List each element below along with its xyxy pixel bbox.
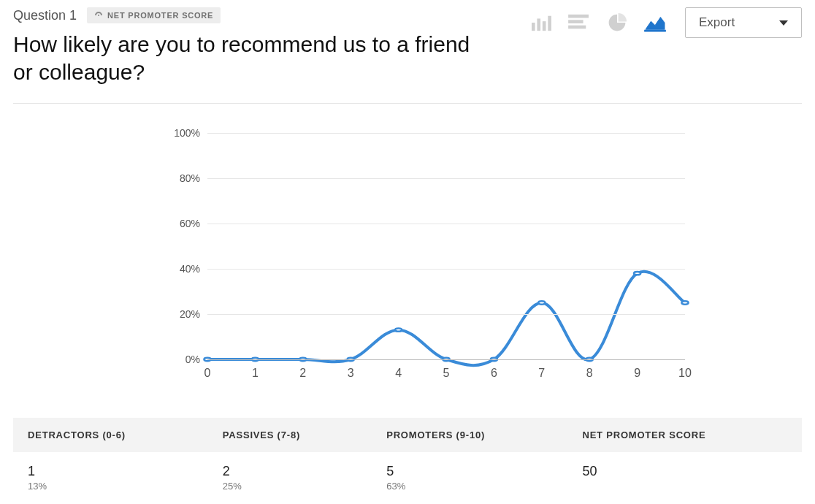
y-tick-label: 20% xyxy=(180,308,207,320)
bar-chart-button[interactable] xyxy=(529,12,554,34)
gauge-icon xyxy=(94,10,103,20)
promoters-pct: 63% xyxy=(386,481,553,492)
x-tick-label: 6 xyxy=(491,359,497,380)
summary-header: NET PROMOTER SCORE xyxy=(567,418,802,452)
detractors-pct: 13% xyxy=(28,481,194,492)
x-tick-label: 5 xyxy=(443,359,450,380)
x-tick-label: 8 xyxy=(586,359,593,380)
badge-label: NET PROMOTER SCORE xyxy=(107,11,213,20)
nps-value: 50 xyxy=(582,464,597,478)
question-number: Question 1 xyxy=(13,8,77,23)
svg-rect-4 xyxy=(568,15,589,18)
svg-rect-2 xyxy=(543,21,546,31)
nps-summary-table: DETRACTORS (0-6)PASSIVES (7-8)PROMOTERS … xyxy=(13,418,802,503)
promoters-count: 5 xyxy=(386,464,394,478)
svg-rect-3 xyxy=(548,16,551,31)
x-tick-label: 1 xyxy=(252,359,259,380)
pie-chart-icon xyxy=(606,13,628,32)
passives-pct: 25% xyxy=(223,481,357,492)
x-tick-label: 3 xyxy=(348,359,354,380)
x-tick-label: 10 xyxy=(678,359,692,380)
area-chart-icon xyxy=(644,13,666,32)
gridline xyxy=(207,269,685,270)
svg-rect-5 xyxy=(568,20,583,23)
detractors-cell: 1 13% xyxy=(13,452,208,503)
chart-type-group xyxy=(529,12,667,34)
nps-cell: 50 xyxy=(567,452,802,503)
gridline xyxy=(207,178,685,179)
data-point[interactable] xyxy=(395,329,402,332)
line-series xyxy=(207,133,685,359)
chevron-down-icon xyxy=(779,20,788,26)
question-title: How likely are you to recommend us to a … xyxy=(13,31,481,85)
x-tick-label: 7 xyxy=(538,359,545,380)
title-block: Question 1 NET PROMOTER SCORE How likely… xyxy=(13,7,529,85)
summary-header: DETRACTORS (0-6) xyxy=(13,418,208,452)
y-tick-label: 100% xyxy=(174,127,207,139)
detractors-count: 1 xyxy=(28,464,35,478)
export-label: Export xyxy=(699,15,735,30)
y-tick-label: 40% xyxy=(180,263,207,275)
passives-count: 2 xyxy=(223,464,230,478)
bar-chart-icon xyxy=(530,13,552,32)
nps-chart: 0%20%40%60%80%100%012345678910 xyxy=(167,126,692,389)
data-point[interactable] xyxy=(538,301,545,304)
summary-header: PASSIVES (7-8) xyxy=(208,418,372,452)
y-tick-label: 60% xyxy=(180,218,207,229)
gridline xyxy=(207,224,685,224)
data-point[interactable] xyxy=(681,301,688,304)
plot-area: 0%20%40%60%80%100%012345678910 xyxy=(207,133,685,359)
x-tick-label: 4 xyxy=(395,359,402,380)
pie-chart-button[interactable] xyxy=(605,12,630,34)
svg-rect-0 xyxy=(532,23,535,31)
svg-rect-1 xyxy=(537,18,540,31)
gridline xyxy=(207,314,685,315)
y-tick-label: 80% xyxy=(180,172,207,184)
hbar-chart-button[interactable] xyxy=(567,12,592,34)
svg-rect-6 xyxy=(568,26,586,29)
promoters-cell: 5 63% xyxy=(372,452,567,503)
summary-header: PROMOTERS (9-10) xyxy=(372,418,567,452)
gridline xyxy=(207,133,685,134)
nps-badge: NET PROMOTER SCORE xyxy=(87,7,221,23)
question-header: Question 1 NET PROMOTER SCORE How likely… xyxy=(13,7,802,104)
x-tick-label: 0 xyxy=(204,359,211,380)
x-tick-label: 2 xyxy=(299,359,306,380)
toolbar: Export xyxy=(529,7,802,38)
horizontal-bar-icon xyxy=(568,13,590,32)
data-point[interactable] xyxy=(634,272,640,275)
x-tick-label: 9 xyxy=(634,359,640,380)
area-chart-button[interactable] xyxy=(643,12,667,34)
passives-cell: 2 25% xyxy=(208,452,372,503)
export-dropdown[interactable]: Export xyxy=(685,7,802,38)
